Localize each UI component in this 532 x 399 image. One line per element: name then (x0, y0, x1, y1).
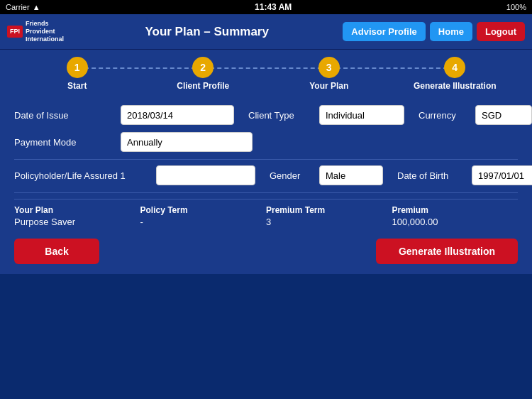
summary-policy-term-col: Policy Term - (140, 205, 267, 227)
plan-label: Your Plan (14, 205, 140, 215)
currency-label: Currency (419, 110, 468, 121)
action-row: Back Generate Illustration (14, 239, 518, 264)
divider-1 (14, 159, 518, 160)
date-of-birth-label: Date of Birth (397, 170, 465, 181)
step-label-2: Client Profile (177, 81, 229, 91)
premium-value: 100,000.00 (392, 217, 519, 227)
nav-bar: FPI Friends Provident International Your… (0, 14, 532, 50)
step-label-4: Generate Illustration (414, 81, 497, 91)
summary-premium-col: Premium 100,000.00 (392, 205, 519, 227)
client-type-label: Client Type (248, 110, 312, 121)
step-line-1 (77, 67, 204, 69)
wizard-step-2: 2 Client Profile (140, 57, 267, 91)
advisor-profile-button[interactable]: Advisor Profile (343, 22, 425, 41)
back-button[interactable]: Back (14, 239, 99, 264)
home-button[interactable]: Home (430, 22, 472, 41)
gender-label: Gender (270, 170, 312, 181)
divider-2 (14, 192, 518, 193)
payment-mode-input[interactable] (121, 132, 253, 152)
summary-plan-col: Your Plan Purpose Saver (14, 205, 140, 227)
logo-icon: FPI (7, 26, 23, 38)
policy-term-value: - (140, 217, 267, 227)
generate-illustration-button[interactable]: Generate Illustration (376, 239, 518, 264)
summary-premium-term-col: Premium Term 3 (266, 205, 392, 227)
nav-buttons: Advisor Profile Home Logout (343, 22, 525, 41)
payment-mode-label: Payment Mode (14, 137, 113, 148)
wizard-step-1: 1 Start (14, 57, 140, 91)
date-of-birth-input[interactable] (472, 165, 532, 185)
row-policyholder: Policyholder/Life Assured 1 Gender Date … (14, 165, 518, 185)
currency-input[interactable] (475, 105, 532, 125)
date-of-issue-label: Date of Issue (14, 110, 113, 121)
step-label-3: Your Plan (309, 81, 348, 91)
premium-label: Premium (392, 205, 519, 215)
date-of-issue-input[interactable] (121, 105, 234, 125)
step-circle-1[interactable]: 1 (67, 57, 88, 78)
client-type-input[interactable] (319, 105, 404, 125)
logo-text: Friends Provident International (26, 20, 64, 43)
step-line-3 (329, 67, 455, 69)
status-bar-left: Carrier ▲ (6, 3, 40, 11)
step-circle-2[interactable]: 2 (192, 57, 214, 78)
step-circle-3[interactable]: 3 (318, 57, 340, 78)
wizard-step-3: 3 Your Plan (266, 57, 392, 91)
gender-input[interactable] (319, 165, 383, 185)
premium-term-value: 3 (266, 217, 392, 227)
plan-value: Purpose Saver (14, 217, 140, 227)
step-line-2 (203, 67, 329, 69)
logout-button[interactable]: Logout (477, 22, 525, 41)
policyholder-label: Policyholder/Life Assured 1 (14, 170, 149, 181)
row-date-client-currency: Date of Issue Client Type Currency (14, 105, 518, 125)
policyholder-input[interactable] (156, 165, 255, 185)
logo: FPI Friends Provident International (7, 20, 71, 43)
status-bar: Carrier ▲ 11:43 AM 100% (0, 0, 532, 14)
premium-term-label: Premium Term (266, 205, 392, 215)
wizard-step-4: 4 Generate Illustration (392, 57, 519, 91)
policy-term-label: Policy Term (140, 205, 267, 215)
step-circle-4[interactable]: 4 (444, 57, 465, 78)
wizard: 1 Start 2 Client Profile 3 Your Plan 4 G… (0, 50, 532, 95)
content: Date of Issue Client Type Currency Payme… (0, 95, 532, 274)
page-title: Your Plan – Summary (71, 25, 343, 39)
step-label-1: Start (67, 81, 87, 91)
battery-text: 100% (506, 3, 526, 11)
carrier-text: Carrier (6, 3, 30, 11)
status-bar-time: 11:43 AM (255, 2, 292, 12)
wifi-icon: ▲ (33, 3, 40, 11)
row-payment-mode: Payment Mode (14, 132, 518, 152)
summary-section: Your Plan Purpose Saver Policy Term - Pr… (14, 199, 518, 227)
